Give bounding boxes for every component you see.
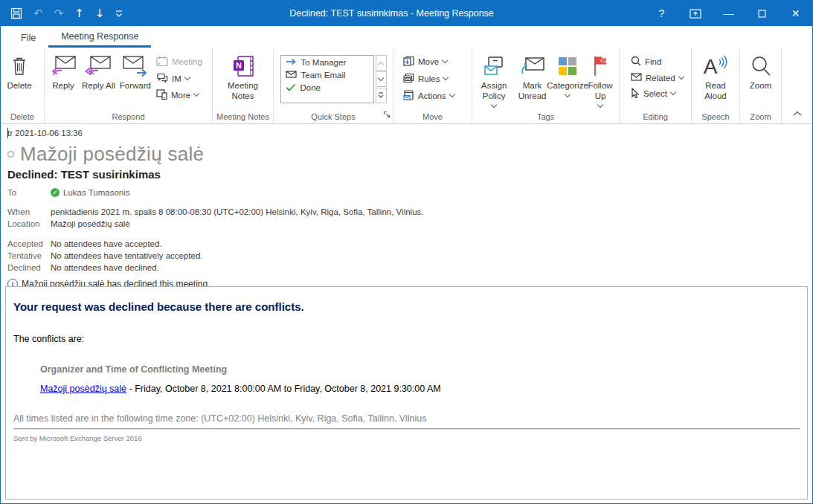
- quick-step-team-email[interactable]: Team Email: [281, 68, 373, 81]
- accepted-value: No attendees have accepted.: [51, 239, 162, 248]
- accepted-check-icon: ✓: [51, 188, 60, 197]
- location-row: Location Mažoji posėdžių salė: [7, 219, 812, 228]
- declined-value: No attendees have declined.: [51, 263, 159, 272]
- when-label: When: [7, 207, 51, 216]
- message-body: Your request was declined because there …: [5, 286, 808, 500]
- sent-by-footer: Sent by Microsoft Exchange Server 2016: [13, 434, 795, 442]
- assign-policy-label: Assign Policy: [477, 81, 511, 102]
- actions-button[interactable]: Actions: [400, 89, 457, 103]
- move-button[interactable]: Move: [400, 55, 457, 68]
- group-label-respond: Respond: [45, 112, 212, 121]
- categorize-label: Categorize: [547, 81, 588, 91]
- rules-icon: [403, 73, 414, 85]
- group-label-tags: Tags: [472, 112, 619, 121]
- meeting-notes-button[interactable]: N Meeting Notes: [215, 50, 271, 102]
- quick-step-label: Done: [301, 83, 321, 92]
- search-icon: [631, 56, 641, 68]
- received-date: tr 2021-10-06 13:36: [7, 124, 812, 138]
- move-label: Move: [418, 57, 439, 66]
- quick-steps-more-button[interactable]: [376, 88, 387, 103]
- onenote-icon: N: [231, 53, 255, 80]
- when-value: penktadienis 2021 m. spalis 8 08:00-08:3…: [51, 207, 423, 216]
- collapse-ribbon-button[interactable]: [793, 106, 802, 119]
- chevron-down-icon: [442, 57, 448, 63]
- ribbon-group-respond: Reply Reply All Forward Meetin: [45, 48, 213, 123]
- envelope-icon: [286, 71, 297, 80]
- find-button[interactable]: Find: [628, 55, 687, 68]
- trash-icon: [11, 53, 28, 80]
- categorize-button[interactable]: Categorize: [551, 50, 584, 97]
- save-icon[interactable]: [10, 5, 22, 22]
- actions-label: Actions: [418, 91, 446, 100]
- quick-steps-dialog-launcher[interactable]: [383, 108, 391, 121]
- undo-icon[interactable]: ↶: [33, 5, 43, 22]
- rules-button[interactable]: Rules: [400, 72, 457, 85]
- quick-steps-scroll-buttons: [376, 55, 387, 103]
- im-button[interactable]: IM: [153, 72, 205, 85]
- meeting-notes-label: Meeting Notes: [217, 81, 269, 102]
- svg-text:A: A: [704, 55, 718, 77]
- to-row: To ✓ Lukas Tumasonis: [7, 188, 812, 197]
- devices-icon: [156, 89, 167, 101]
- related-envelope-icon: [631, 73, 642, 83]
- declined-label: Declined: [7, 263, 51, 272]
- reply-label: Reply: [52, 81, 74, 91]
- move-up-icon[interactable]: ↑: [74, 5, 84, 22]
- chevron-down-icon: [565, 91, 571, 97]
- related-button[interactable]: Related: [628, 72, 687, 83]
- more-respond-button[interactable]: More: [153, 88, 205, 102]
- assign-policy-button[interactable]: Assign Policy: [475, 50, 513, 107]
- tentative-value: No attendees have tentatively accepted.: [51, 251, 203, 260]
- conflict-table-header: Organizer and Time of Conflicting Meetin…: [40, 364, 795, 375]
- read-aloud-button[interactable]: A Read Aloud: [694, 50, 737, 102]
- select-button[interactable]: Select: [628, 87, 687, 100]
- quick-step-to-manager[interactable]: To Manager: [281, 56, 373, 68]
- minimize-button[interactable]: —: [712, 1, 745, 26]
- group-label-meeting-notes: Meeting Notes: [213, 112, 273, 121]
- follow-up-label: Follow Up: [586, 81, 614, 102]
- chevron-down-icon: [443, 74, 449, 80]
- sender-name[interactable]: Mažoji posėdžių salė: [20, 143, 204, 166]
- zoom-button[interactable]: Zoom: [745, 50, 777, 91]
- tab-meeting-response[interactable]: Meeting Response: [48, 26, 151, 48]
- message-subject: Declined: TEST susirinkimas: [7, 168, 812, 181]
- group-label-speech: Speech: [692, 112, 739, 121]
- reply-icon: [50, 53, 77, 80]
- forward-button[interactable]: Forward: [118, 50, 153, 91]
- move-small-buttons: Move Rules Actions: [396, 50, 457, 103]
- group-label-quick-steps: Quick Steps: [274, 112, 393, 121]
- move-down-icon[interactable]: ↓: [95, 5, 105, 22]
- chat-icon: [156, 73, 168, 84]
- customize-quick-access-icon[interactable]: [115, 5, 123, 22]
- chevron-down-icon: [678, 73, 684, 79]
- message-header: tr 2021-10-06 13:36 Mažoji posėdžių salė…: [1, 124, 812, 286]
- quick-steps-gallery: To Manager Team Email Done: [280, 55, 374, 103]
- declined-row: Declined No attendees have declined.: [7, 263, 812, 272]
- recipient[interactable]: ✓ Lukas Tumasonis: [51, 188, 130, 197]
- conflicts-intro: The conflicts are:: [13, 334, 795, 344]
- ribbon-group-meeting-notes: N Meeting Notes Meeting Notes: [213, 48, 274, 123]
- conflict-organizer-link[interactable]: Mažoji posėdžių salė: [40, 384, 126, 394]
- reply-button[interactable]: Reply: [47, 50, 80, 91]
- delete-button[interactable]: Delete: [3, 50, 36, 91]
- close-button[interactable]: ✕: [779, 1, 812, 26]
- follow-up-button[interactable]: Follow Up: [584, 50, 617, 107]
- quick-step-done[interactable]: Done: [281, 81, 373, 94]
- mark-unread-button[interactable]: Mark Unread: [513, 50, 551, 102]
- help-button[interactable]: ?: [645, 1, 678, 26]
- actions-icon: [403, 90, 414, 102]
- forward-label: Forward: [120, 81, 151, 91]
- maximize-button[interactable]: [745, 1, 779, 26]
- sender-line: Mažoji posėdžių salė: [7, 143, 812, 166]
- redo-icon[interactable]: ↷: [54, 5, 64, 22]
- decline-heading: Your request was declined because there …: [13, 300, 795, 313]
- chevron-down-icon: [193, 91, 199, 97]
- forward-icon: [122, 53, 149, 80]
- quick-steps-scroll-down-button[interactable]: [376, 71, 387, 87]
- ribbon-display-options-button[interactable]: [678, 1, 712, 26]
- move-to-folder-icon: [403, 56, 414, 68]
- tab-file[interactable]: File: [8, 26, 48, 48]
- location-value: Mažoji posėdžių salė: [51, 219, 130, 228]
- accepted-label: Accepted: [7, 239, 51, 248]
- reply-all-button[interactable]: Reply All: [80, 50, 118, 91]
